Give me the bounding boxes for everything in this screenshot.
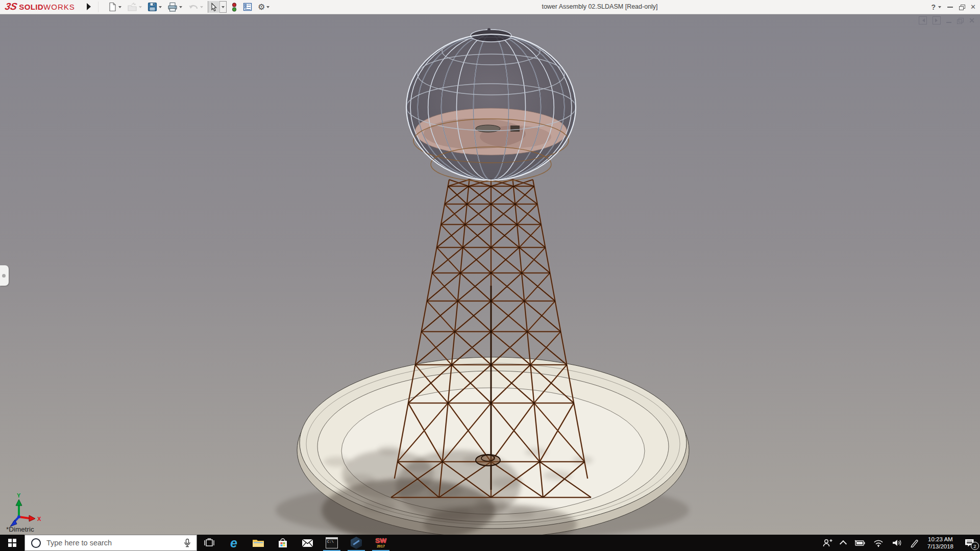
- save-icon: [148, 2, 157, 12]
- volume-button[interactable]: [888, 535, 906, 551]
- document-title: tower Assembly 02.SLDASM [Read-only]: [523, 3, 676, 10]
- windows-taskbar: e C:: [0, 535, 980, 551]
- menu-flyout-arrow-icon[interactable]: [87, 3, 91, 10]
- select-tool-button[interactable]: [208, 1, 219, 13]
- select-dropdown-caret: [222, 6, 225, 10]
- 3ds-mark: 3S: [4, 1, 18, 12]
- taskbar-app-solidworks[interactable]: SW 2017: [369, 535, 393, 551]
- start-button[interactable]: [0, 535, 24, 551]
- mail-icon: [302, 539, 313, 547]
- options-dropdown-caret[interactable]: [266, 6, 270, 10]
- select-tool-group: [208, 1, 227, 13]
- 3d-model-tower-assembly[interactable]: [0, 14, 980, 535]
- open-button[interactable]: [126, 2, 143, 12]
- reference-triad: Y X Z: [0, 476, 56, 527]
- notification-badge: 2: [971, 542, 979, 550]
- composer-hexagon-icon: [351, 537, 362, 549]
- triad-y-label: Y: [17, 492, 21, 498]
- taskbar-app-store[interactable]: [271, 535, 295, 551]
- close-button[interactable]: ✕: [970, 3, 976, 11]
- print-icon: [167, 2, 178, 12]
- graphics-area[interactable]: ✕ Y X Z *Dimetric: [0, 14, 980, 535]
- clock-date: 7/13/2018: [927, 543, 953, 550]
- solidworks-logo: 3S SOLID WORKS: [5, 1, 75, 12]
- taskbar-app-command-prompt[interactable]: C:\: [320, 535, 344, 551]
- print-dropdown-caret[interactable]: [179, 6, 182, 10]
- feature-tree-collapse-tab[interactable]: [0, 265, 9, 286]
- toolbar-separator: [98, 2, 99, 12]
- tab-dot-icon: [2, 274, 6, 278]
- print-button[interactable]: [166, 2, 183, 12]
- taskbar-app-file-explorer[interactable]: [246, 535, 271, 551]
- select-dropdown-button[interactable]: [219, 2, 226, 12]
- brand-works: WORKS: [43, 3, 75, 11]
- save-dropdown-caret[interactable]: [159, 6, 162, 10]
- people-icon: [822, 538, 832, 547]
- open-icon: [127, 3, 137, 12]
- solidworks-2017-icon: SW 2017: [374, 537, 387, 549]
- hidden-icons-button[interactable]: [837, 535, 850, 551]
- view-orientation-label: *Dimetric: [6, 525, 34, 533]
- file-explorer-icon: [252, 538, 264, 548]
- help-button[interactable]: ?: [932, 3, 936, 11]
- taskbar-app-composer[interactable]: [344, 535, 369, 551]
- solidworks-window: 3S SOLID WORKS: [0, 0, 980, 551]
- action-center-button[interactable]: 2: [959, 535, 980, 551]
- save-button[interactable]: [146, 2, 163, 12]
- new-document-icon: [108, 2, 117, 12]
- select-cursor-icon: [210, 3, 218, 12]
- title-bar: 3S SOLID WORKS: [0, 0, 980, 14]
- next-window-icon[interactable]: [933, 16, 941, 24]
- chevron-up-icon: [840, 540, 847, 547]
- brand-solid: SOLID: [19, 3, 43, 11]
- command-prompt-icon: C:\: [326, 537, 338, 548]
- pen-icon: [910, 539, 918, 547]
- triad-axes: [10, 499, 35, 527]
- open-dropdown-caret: [139, 6, 142, 10]
- new-document-button[interactable]: [107, 2, 122, 12]
- previous-window-icon[interactable]: [919, 16, 927, 24]
- undo-dropdown-caret: [200, 6, 203, 10]
- task-view-icon: [204, 538, 215, 547]
- search-input[interactable]: [45, 538, 183, 547]
- store-icon: [278, 538, 288, 548]
- wifi-button[interactable]: [869, 535, 888, 551]
- wifi-icon: [873, 539, 884, 547]
- traffic-light-icon: [231, 2, 237, 12]
- cortana-icon: [31, 538, 41, 548]
- battery-icon: [854, 539, 865, 546]
- window-controls: ? ✕: [932, 0, 976, 14]
- doc-close-icon[interactable]: ✕: [969, 17, 975, 24]
- clock-time: 10:23 AM: [928, 536, 953, 543]
- taskbar-app-edge[interactable]: e: [222, 535, 246, 551]
- file-properties-icon: [243, 3, 252, 11]
- taskbar-app-mail[interactable]: [295, 535, 320, 551]
- interference-detection-button[interactable]: [230, 2, 238, 13]
- document-window-controls: ✕: [919, 16, 975, 24]
- system-tray: 10:23 AM 7/13/2018 2: [818, 535, 980, 551]
- microphone-icon[interactable]: [183, 538, 191, 547]
- windows-logo-icon: [8, 539, 16, 547]
- triad-x-label: X: [37, 516, 41, 522]
- options-button[interactable]: ⚙: [257, 2, 271, 12]
- task-view-button[interactable]: [197, 535, 222, 551]
- edge-icon: e: [230, 537, 237, 549]
- quick-access-toolbar: ⚙: [107, 1, 271, 13]
- speaker-icon: [892, 539, 902, 547]
- doc-restore-icon[interactable]: [957, 18, 963, 23]
- undo-icon: [188, 3, 199, 12]
- file-properties-button[interactable]: [242, 2, 253, 12]
- battery-button[interactable]: [850, 535, 869, 551]
- taskbar-search[interactable]: [24, 535, 197, 551]
- doc-minimize-icon[interactable]: [946, 22, 951, 23]
- taskbar-clock[interactable]: 10:23 AM 7/13/2018: [922, 535, 959, 551]
- restore-button[interactable]: [959, 5, 964, 9]
- pen-button[interactable]: [906, 535, 922, 551]
- minimize-button[interactable]: [947, 7, 953, 8]
- people-button[interactable]: [818, 535, 837, 551]
- gear-icon: ⚙: [258, 3, 265, 12]
- new-dropdown-caret[interactable]: [118, 6, 121, 10]
- help-dropdown-caret[interactable]: [938, 6, 941, 10]
- undo-button: [187, 2, 204, 12]
